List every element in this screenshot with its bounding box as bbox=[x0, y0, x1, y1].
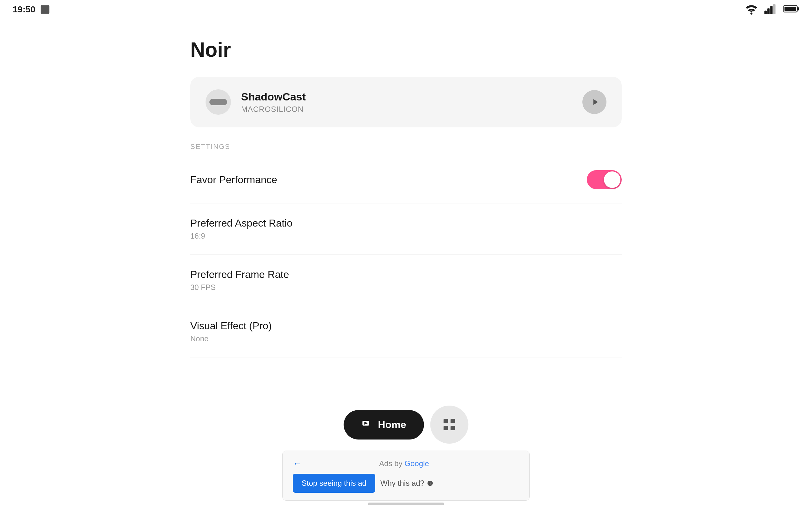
app-icon-wrapper bbox=[206, 89, 231, 115]
svg-rect-7 bbox=[784, 7, 796, 11]
app-icon bbox=[209, 99, 227, 105]
battery-icon bbox=[783, 3, 799, 16]
setting-visual-effect[interactable]: Visual Effect (Pro) None bbox=[190, 306, 622, 357]
setting-favor-performance-info: Favor Performance bbox=[190, 174, 277, 186]
setting-aspect-ratio[interactable]: Preferred Aspect Ratio 16:9 bbox=[190, 204, 622, 255]
ad-by-google-label: Ads by Google bbox=[379, 459, 429, 468]
home-nav-label: Home bbox=[378, 419, 406, 431]
ad-actions: Stop seeing this ad Why this ad? bbox=[293, 474, 519, 493]
setting-favor-performance: Favor Performance bbox=[190, 156, 622, 204]
svg-rect-1 bbox=[764, 11, 767, 14]
svg-point-0 bbox=[751, 12, 753, 14]
app-developer: MACROSILICON bbox=[241, 105, 306, 114]
why-ad-label: Why this ad? bbox=[380, 479, 424, 488]
wifi-icon bbox=[744, 3, 759, 16]
setting-frame-rate-value: 30 FPS bbox=[190, 283, 289, 292]
google-text: Google bbox=[404, 459, 429, 468]
setting-visual-effect-info: Visual Effect (Pro) None bbox=[190, 320, 272, 343]
settings-section-label: SETTINGS bbox=[190, 143, 622, 156]
play-button[interactable] bbox=[582, 90, 606, 114]
setting-aspect-ratio-title: Preferred Aspect Ratio bbox=[190, 217, 293, 229]
clock: 19:50 bbox=[13, 4, 36, 14]
setting-frame-rate[interactable]: Preferred Frame Rate 30 FPS bbox=[190, 255, 622, 306]
setting-visual-effect-title: Visual Effect (Pro) bbox=[190, 320, 272, 332]
why-ad-icon bbox=[427, 480, 433, 487]
app-name: ShadowCast bbox=[241, 91, 306, 103]
app-info: ShadowCast MACROSILICON bbox=[206, 89, 306, 115]
setting-favor-performance-title: Favor Performance bbox=[190, 174, 277, 186]
setting-visual-effect-value: None bbox=[190, 334, 272, 343]
toggle-knob bbox=[604, 171, 620, 188]
setting-frame-rate-info: Preferred Frame Rate 30 FPS bbox=[190, 269, 289, 292]
scroll-indicator bbox=[368, 503, 444, 505]
page-title: Noir bbox=[190, 38, 622, 61]
signal-icon bbox=[764, 3, 778, 16]
svg-rect-6 bbox=[797, 7, 799, 10]
bottom-nav: Home bbox=[344, 406, 468, 444]
home-nav-icon bbox=[362, 419, 373, 430]
play-icon bbox=[590, 97, 600, 107]
svg-rect-13 bbox=[450, 426, 455, 430]
ads-by-text: Ads by bbox=[379, 459, 402, 468]
svg-rect-10 bbox=[444, 419, 448, 424]
svg-rect-12 bbox=[444, 426, 448, 430]
svg-rect-4 bbox=[773, 4, 775, 14]
svg-rect-11 bbox=[450, 419, 455, 424]
apps-nav-icon bbox=[442, 417, 457, 432]
ad-banner: ← Ads by Google Stop seeing this ad Why … bbox=[282, 451, 530, 501]
ad-back-button[interactable]: ← bbox=[293, 458, 302, 469]
photo-icon bbox=[39, 4, 51, 15]
setting-frame-rate-title: Preferred Frame Rate bbox=[190, 269, 289, 280]
status-bar: 19:50 bbox=[0, 0, 812, 19]
app-card: ShadowCast MACROSILICON bbox=[190, 77, 622, 127]
stop-seeing-ad-button[interactable]: Stop seeing this ad bbox=[293, 474, 375, 493]
svg-rect-2 bbox=[767, 8, 769, 14]
svg-rect-3 bbox=[770, 6, 772, 14]
app-text: ShadowCast MACROSILICON bbox=[241, 91, 306, 114]
ad-header: ← Ads by Google bbox=[293, 458, 519, 469]
status-icons-area bbox=[744, 3, 799, 16]
why-this-ad-button[interactable]: Why this ad? bbox=[380, 479, 433, 488]
apps-nav-button[interactable] bbox=[430, 406, 468, 444]
favor-performance-toggle[interactable] bbox=[587, 170, 622, 189]
setting-aspect-ratio-info: Preferred Aspect Ratio 16:9 bbox=[190, 217, 293, 240]
status-time-area: 19:50 bbox=[13, 4, 51, 15]
setting-aspect-ratio-value: 16:9 bbox=[190, 232, 293, 240]
home-nav-button[interactable]: Home bbox=[344, 410, 424, 440]
